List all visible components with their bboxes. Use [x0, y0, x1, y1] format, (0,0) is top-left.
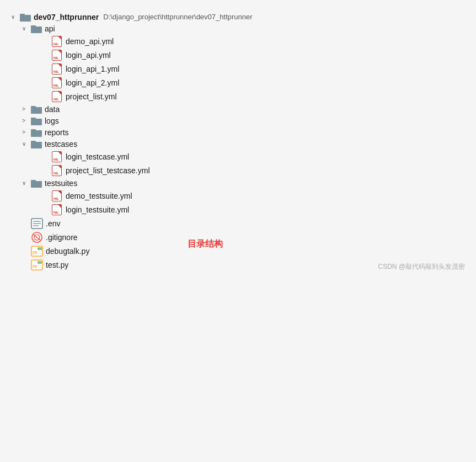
- svg-rect-13: [31, 180, 36, 182]
- reports-chevron[interactable]: [22, 129, 31, 135]
- project-list-yml-icon: YML: [51, 91, 63, 102]
- testsuites-chevron[interactable]: [22, 180, 31, 186]
- svg-rect-11: [31, 141, 36, 143]
- env-file-row[interactable]: .env: [22, 216, 465, 230]
- demo-api-yml-row[interactable]: YML demo_api.yml: [42, 34, 465, 48]
- debugtalk-py-icon: py: [31, 246, 43, 257]
- login-api-2-yml-label: login_api_2.yml: [66, 78, 119, 87]
- testcases-folder-row[interactable]: testcases: [22, 138, 465, 150]
- login-api-yml-row[interactable]: YML login_api.yml: [42, 48, 465, 62]
- demo-testsuite-yml-label: demo_testsuite.yml: [66, 192, 132, 200]
- data-folder-name: data: [45, 105, 60, 114]
- login-api-1-yml-label: login_api_1.yml: [66, 65, 119, 73]
- api-folder-row[interactable]: api: [22, 23, 465, 34]
- svg-rect-26: [38, 261, 42, 264]
- reports-folder-row[interactable]: reports: [22, 126, 465, 138]
- demo-testsuite-yml-row[interactable]: YML demo_testsuite.yml: [42, 189, 465, 203]
- svg-text:py: py: [33, 264, 37, 268]
- data-folder-row[interactable]: data: [22, 103, 465, 115]
- file-tree: dev07_httprunner D:\django_project\httpr…: [0, 0, 476, 283]
- project-list-testcase-yml-icon: YML: [51, 165, 63, 176]
- svg-text:py: py: [33, 250, 37, 254]
- data-folder-icon: [31, 105, 42, 114]
- testcases-chevron[interactable]: [22, 141, 31, 147]
- root-folder-name: dev07_httprunner: [34, 13, 99, 22]
- login-api-1-yml-icon: YML: [51, 63, 63, 75]
- testcases-folder-icon: [31, 140, 42, 148]
- annotation-label: 目录结构: [188, 238, 223, 250]
- testsuites-folder-icon: [31, 179, 42, 188]
- data-chevron[interactable]: [22, 106, 31, 112]
- reports-folder-icon: [31, 128, 42, 137]
- login-api-1-yml-row[interactable]: YML login_api_1.yml: [42, 62, 465, 76]
- svg-rect-5: [31, 106, 36, 108]
- env-file-icon: [31, 218, 43, 229]
- login-api-yml-icon: YML: [51, 50, 63, 61]
- login-testsuite-yml-icon: YML: [51, 204, 63, 215]
- test-py-label: test.py: [46, 261, 68, 269]
- login-api-2-yml-row[interactable]: YML login_api_2.yml: [42, 76, 465, 89]
- logs-chevron[interactable]: [22, 118, 31, 124]
- svg-rect-9: [31, 129, 36, 131]
- logs-folder-icon: [31, 116, 42, 125]
- api-folder-name: api: [45, 24, 55, 33]
- login-api-2-yml-icon: YML: [51, 77, 63, 88]
- root-folder-icon: [20, 13, 31, 22]
- root-folder-row[interactable]: dev07_httprunner D:\django_project\httpr…: [11, 11, 465, 23]
- test-py-icon: py: [31, 259, 43, 270]
- gitignore-file-icon: [31, 232, 43, 243]
- demo-testsuite-yml-icon: YML: [51, 190, 63, 201]
- testcases-folder-name: testcases: [45, 140, 77, 148]
- demo-api-yml-label: demo_api.yml: [66, 37, 114, 46]
- project-list-testcase-yml-label: project_list_testcase.yml: [66, 166, 150, 175]
- gitignore-file-row[interactable]: .gitignore: [22, 230, 465, 244]
- reports-folder-name: reports: [45, 128, 69, 137]
- api-chevron[interactable]: [22, 25, 31, 31]
- project-list-testcase-yml-row[interactable]: YML project_list_testcase.yml: [42, 163, 465, 177]
- watermark-text: CSDN @敲代码敲到头发茂密: [378, 262, 465, 272]
- login-testcase-yml-label: login_testcase.yml: [66, 152, 129, 161]
- project-list-yml-row[interactable]: YML project_list.yml: [42, 89, 465, 103]
- logs-folder-row[interactable]: logs: [22, 115, 465, 126]
- svg-rect-3: [31, 25, 36, 28]
- svg-rect-7: [31, 118, 36, 120]
- login-testcase-yml-row[interactable]: YML login_testcase.yml: [42, 150, 465, 163]
- debugtalk-py-row[interactable]: py debugtalk.py: [22, 244, 465, 258]
- testsuites-folder-row[interactable]: testsuites: [22, 177, 465, 189]
- demo-api-yml-icon: YML: [51, 36, 63, 47]
- svg-rect-1: [20, 14, 25, 16]
- login-testcase-yml-icon: YML: [51, 151, 63, 162]
- logs-folder-name: logs: [45, 116, 59, 125]
- gitignore-file-label: .gitignore: [46, 233, 78, 242]
- login-testsuite-yml-label: login_testsuite.yml: [66, 205, 129, 214]
- testsuites-folder-name: testsuites: [45, 179, 77, 188]
- login-api-yml-label: login_api.yml: [66, 51, 111, 60]
- debugtalk-py-label: debugtalk.py: [46, 247, 89, 256]
- svg-rect-23: [38, 247, 42, 250]
- root-folder-path: D:\django_project\httprunner\dev07_httpr…: [103, 13, 252, 21]
- testsuites-children: YML demo_testsuite.yml YML login_testsui…: [22, 189, 465, 216]
- testcases-children: YML login_testcase.yml YML project_list_…: [22, 150, 465, 177]
- env-file-label: .env: [46, 219, 60, 228]
- api-folder-icon: [31, 24, 42, 33]
- login-testsuite-yml-row[interactable]: YML login_testsuite.yml: [42, 203, 465, 216]
- project-list-yml-label: project_list.yml: [66, 92, 117, 101]
- root-chevron[interactable]: [11, 14, 20, 20]
- api-children: YML demo_api.yml YML login_api.yml: [22, 34, 465, 103]
